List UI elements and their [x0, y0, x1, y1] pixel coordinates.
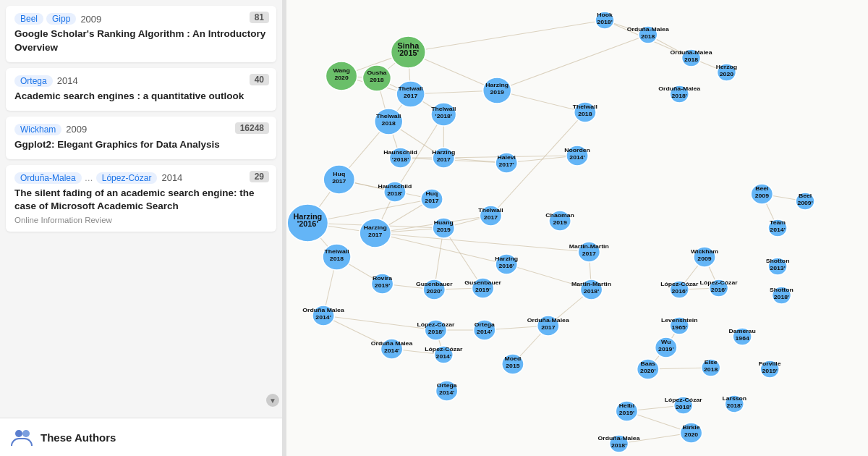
svg-point-48 — [710, 279, 728, 297]
svg-point-44 — [796, 193, 814, 210]
author-tag-lopez[interactable]: López-Cózar — [96, 172, 158, 184]
svg-point-6 — [483, 77, 511, 104]
graph-node-damerau1964[interactable]: Damerau1964 — [729, 327, 756, 345]
svg-point-51 — [733, 328, 752, 345]
graph-node-sinha2015[interactable]: Sinha'2015' — [391, 36, 426, 68]
graph-node-huang2019[interactable]: Huang2019 — [433, 218, 454, 238]
graph-node-larsson2018[interactable]: Larsson2018' — [722, 394, 746, 413]
graph-node-martinmartin2018[interactable]: Martin-Martin2018' — [571, 279, 611, 300]
svg-point-19 — [323, 165, 354, 194]
graph-node-gusenbauer2019[interactable]: Gusenbauer2019' — [464, 278, 501, 298]
paper-title-2: Academic search engines : a quantitative… — [14, 90, 268, 104]
graph-node-orduna2017[interactable]: Orduña-Malea2017 — [527, 316, 569, 336]
graph-node-shotton2013[interactable]: Shotton2013' — [766, 257, 790, 275]
graph-edge — [506, 264, 591, 290]
these-authors-icon — [10, 426, 33, 449]
these-authors-bar[interactable]: These Authors — [0, 418, 282, 456]
graph-node-forville2019[interactable]: Forville2019' — [759, 360, 781, 378]
graph-node-thelwall2018a[interactable]: Thelwall2018 — [375, 109, 403, 135]
graph-node-hook2018[interactable]: Hook2018' — [595, 11, 614, 29]
graph-node-team2014[interactable]: Team2014' — [768, 219, 787, 237]
graph-node-chaoman2019[interactable]: Chaoman2019 — [545, 211, 574, 231]
svg-point-22 — [287, 204, 328, 242]
graph-edge — [497, 35, 648, 90]
paper-card-4[interactable]: Orduña-Malea … López-Cózar 2014 29 The s… — [6, 165, 276, 232]
graph-node-beel2009a[interactable]: Beel2009 — [751, 184, 773, 204]
graph-node-orduna2018c[interactable]: Orduña-Malea2018' — [658, 85, 700, 103]
graph-node-harzing2017a[interactable]: Harzing2017 — [432, 148, 455, 168]
svg-point-38 — [380, 339, 402, 359]
graph-node-rovira2019[interactable]: Rovira2019' — [371, 274, 393, 294]
graph-node-gusenbauer2020[interactable]: Gusenbauer2020' — [416, 279, 453, 300]
graph-edge — [323, 316, 392, 349]
graph-node-harzing2019[interactable]: Harzing2019 — [483, 77, 511, 104]
author-tag-ortega[interactable]: Ortega — [14, 75, 53, 87]
graph-node-orduna2018a[interactable]: Orduña-Malea2018 — [627, 25, 669, 43]
svg-point-53 — [637, 359, 659, 379]
graph-node-harzing2018[interactable]: Herzog2020 — [716, 63, 737, 81]
svg-point-28 — [495, 254, 517, 274]
graph-node-thelwall2017b[interactable]: Thelwall2017 — [478, 206, 503, 226]
graph-node-halevi2017[interactable]: Halevi2017' — [495, 153, 517, 173]
paper-authors-row-1: Beel Gipp 2009 — [14, 13, 268, 25]
graph-node-wu2019[interactable]: Wu2019' — [655, 337, 677, 358]
graph-node-orduna2018d[interactable]: Orduña-Malea2018' — [598, 434, 640, 452]
svg-point-39 — [434, 346, 453, 363]
paper-year-1: 2009 — [80, 14, 101, 25]
graph-node-ortega2014[interactable]: Ortega2014' — [474, 320, 495, 340]
author-tag-wickham[interactable]: Wickham — [14, 124, 61, 135]
graph-node-thelwall2017a[interactable]: Thelwall2017 — [396, 81, 425, 107]
graph-node-noorden2014[interactable]: Noorden2014' — [564, 145, 590, 166]
graph-node-huq2017[interactable]: Huq2017 — [323, 165, 354, 194]
graph-node-helbi2019[interactable]: Helbi2019' — [616, 401, 637, 421]
svg-point-12 — [717, 64, 736, 81]
paper-card-3[interactable]: Wickham 2009 16248 Ggplot2: Elegant Grap… — [6, 117, 276, 159]
graph-node-shotton2018[interactable]: Shotton2018' — [770, 286, 793, 304]
graph-node-haunschild2018b[interactable]: Haunschild2018' — [378, 182, 412, 202]
paper-title-3: Ggplot2: Elegant Graphics for Data Analy… — [14, 138, 268, 152]
svg-point-54 — [702, 359, 720, 376]
paper-card-1[interactable]: Beel Gipp 2009 81 Google Scholar's Ranki… — [6, 6, 276, 62]
scroll-down-arrow[interactable]: ▼ — [266, 394, 279, 407]
paper-authors-row-4: Orduña-Malea … López-Cózar 2014 — [14, 172, 268, 184]
graph-node-harzing2017b[interactable]: Harzing2017 — [359, 219, 391, 248]
graph-node-thelwall1718[interactable]: Thelwall'2018' — [431, 103, 456, 126]
graph-node-ortega2014b[interactable]: Ortega2014' — [435, 381, 457, 401]
graph-node-huq2017b[interactable]: Huq2017 — [421, 189, 443, 209]
graph-node-lopezcozar2018b[interactable]: López-Cózar2018' — [665, 396, 703, 414]
graph-node-beel2009b[interactable]: Beel2009' — [796, 192, 814, 210]
graph-node-ousha2018[interactable]: Ousha2018 — [362, 65, 391, 91]
svg-point-35 — [425, 320, 446, 340]
graph-node-wickham2009[interactable]: Wickham2009 — [691, 247, 718, 267]
author-tag-orduna[interactable]: Orduña-Malea — [14, 172, 82, 184]
citation-badge-4: 29 — [250, 171, 269, 182]
author-tag-gipp[interactable]: Gipp — [46, 13, 76, 25]
svg-point-27 — [323, 244, 351, 270]
graph-node-harzing2016b[interactable]: Harzing2016' — [495, 254, 518, 274]
graph-node-harzing2016[interactable]: Harzing'2016' — [287, 204, 328, 242]
graph-node-wang2020[interactable]: Wang2020 — [326, 62, 357, 90]
svg-point-36 — [474, 320, 495, 340]
svg-point-20 — [384, 182, 406, 202]
author-tag-beel[interactable]: Beel — [14, 13, 43, 25]
graph-node-moed2015[interactable]: Moed2015 — [502, 354, 524, 374]
svg-point-9 — [682, 49, 701, 67]
svg-point-11 — [431, 103, 456, 126]
svg-point-47 — [670, 281, 689, 298]
graph-node-lopezcozar2014[interactable]: López-Cózar2014' — [425, 345, 463, 363]
svg-point-16 — [433, 148, 454, 168]
paper-year-2: 2014 — [57, 75, 78, 86]
papers-list[interactable]: Beel Gipp 2009 81 Google Scholar's Ranki… — [0, 0, 282, 418]
graph-node-baas2020[interactable]: Baas2020' — [637, 359, 659, 379]
graph-node-else2018[interactable]: Else2018 — [702, 358, 720, 376]
graph-node-levenshtein1965[interactable]: Levenshtein1965' — [661, 316, 698, 334]
paper-card-2[interactable]: Ortega 2014 40 Academic search engines :… — [6, 68, 276, 111]
graph-node-martinmartin2017[interactable]: Martin-Martin2017 — [569, 242, 609, 262]
svg-point-14 — [670, 85, 689, 103]
graph-node-thelwall2018b[interactable]: Thelwall2018 — [573, 102, 597, 122]
citation-badge-2: 40 — [250, 74, 269, 85]
svg-point-24 — [433, 218, 454, 238]
graph-node-thelwall2018c[interactable]: Thelwall2018 — [323, 244, 351, 270]
graph-node-birkle2020[interactable]: Birkle2020 — [680, 423, 702, 443]
graph-node-lopezcozar2016b[interactable]: López-Cózar2016' — [700, 279, 739, 297]
